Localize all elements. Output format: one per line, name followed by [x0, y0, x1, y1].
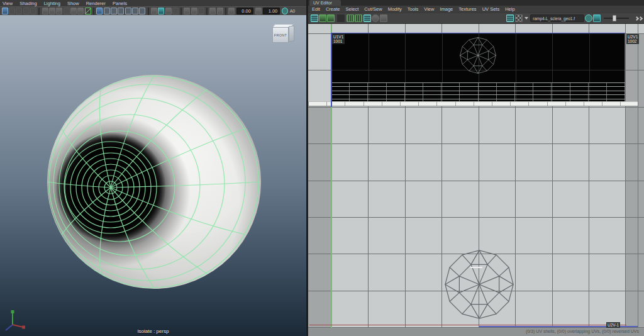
uv-menu-view[interactable]: View: [424, 6, 434, 12]
rotate-snap-field[interactable]: 0.00: [236, 8, 253, 14]
make-live-icon[interactable]: [70, 8, 77, 14]
wireframe-on-shaded-icon[interactable]: [85, 8, 91, 14]
view-cube[interactable]: FRONT: [272, 24, 295, 47]
menu-renderer[interactable]: Renderer: [86, 1, 106, 6]
three-pane-layout-icon[interactable]: [111, 8, 117, 14]
flip-u-icon[interactable]: [319, 14, 326, 22]
iris-uv-shell-bottom[interactable]: [443, 249, 515, 320]
menu-show[interactable]: Show: [67, 1, 79, 6]
udim-label-1001: U1V1 1001: [332, 34, 345, 44]
uv-menu-edit[interactable]: Edit: [312, 6, 320, 12]
construction-history-icon[interactable]: [77, 8, 84, 14]
uv-editor-titlebar: UV Editor: [308, 0, 644, 6]
uv-editor-toolbar: ramp4-L_sclera_geo1.f: [308, 13, 644, 24]
baked-texture-button[interactable]: [593, 14, 601, 22]
pixel-grid-icon[interactable]: [355, 14, 362, 22]
smooth-shade-icon[interactable]: [151, 8, 157, 14]
rotate-snap-icon[interactable]: [228, 8, 235, 14]
step-snap-icon[interactable]: [255, 8, 262, 14]
image-display-button[interactable]: [506, 14, 514, 22]
udim-label-1002: U2V1 1002: [626, 34, 639, 44]
textured-mode-icon[interactable]: [158, 8, 164, 14]
maya-window: View Shading Lighting Show Renderer Pane…: [0, 0, 644, 336]
clipped-toolbar-label: A0: [290, 9, 296, 13]
snap-plane-icon[interactable]: [64, 8, 70, 14]
paint-select-icon[interactable]: [16, 8, 22, 14]
default-material-icon[interactable]: [191, 8, 197, 14]
separator: [225, 8, 226, 15]
uv-editor-panel: UV Editor Edit Create Select Cut/Sew Mod…: [308, 0, 644, 336]
eyeball-model[interactable]: [0, 15, 308, 336]
uv-strip-bottom-row[interactable]: [308, 101, 638, 106]
four-pane-layout-icon[interactable]: [118, 8, 124, 14]
select-tool-icon[interactable]: [2, 8, 8, 14]
perspective-viewport-panel: View Shading Lighting Show Renderer Pane…: [0, 0, 308, 336]
view-cube-front-face[interactable]: FRONT: [272, 27, 289, 43]
snap-curve-icon[interactable]: [49, 8, 55, 14]
uv-menu-create[interactable]: Create: [326, 6, 340, 12]
uv-editor-menubar: Edit Create Select Cut/Sew Modify Tools …: [308, 6, 644, 13]
lasso-select-icon[interactable]: [9, 8, 15, 14]
outliner-pane-icon[interactable]: [125, 8, 131, 14]
panel-edge-line: [638, 24, 638, 336]
wireframe-mode-icon[interactable]: [184, 8, 190, 14]
uv-menu-modify[interactable]: Modify: [388, 6, 402, 12]
image-exposure-slider[interactable]: [604, 14, 629, 22]
uv-menu-cutsew[interactable]: Cut/Sew: [364, 6, 382, 12]
uv-snapshot-icon[interactable]: [380, 14, 387, 22]
viewport-menubar: View Shading Lighting Show Renderer Pane…: [0, 0, 306, 6]
shaded-uvs-icon[interactable]: [364, 14, 371, 22]
uv-pane-layout-icon[interactable]: [139, 8, 145, 14]
move-tool-icon[interactable]: [23, 8, 30, 14]
snap-point-icon[interactable]: [56, 8, 62, 14]
viewport-canvas[interactable]: FRONT Isolate : persp: [0, 15, 306, 336]
xray-mode-icon[interactable]: [198, 8, 204, 14]
exposure-toggle-icon[interactable]: [282, 8, 288, 14]
hypershade-pane-icon[interactable]: [132, 8, 138, 14]
viewport-hud-label: Isolate : persp: [0, 328, 306, 334]
uv-shell-status-text: (0/3) UV shells, (0/0) overlapping UVs, …: [526, 329, 639, 333]
separator: [206, 8, 208, 15]
iris-uv-shell-top[interactable]: [459, 36, 497, 74]
texture-dropdown-caret[interactable]: [525, 17, 528, 20]
uv-menu-select[interactable]: Select: [345, 6, 358, 12]
sclera-uv-strip-shell[interactable]: [331, 82, 625, 101]
menu-panels[interactable]: Panels: [113, 1, 127, 6]
checker-map-button[interactable]: [515, 14, 523, 22]
tile-grid-icon[interactable]: [347, 14, 354, 22]
texture-name-field[interactable]: ramp4-L_sclera_geo1.f: [530, 14, 584, 22]
camera-attributes-icon[interactable]: [217, 8, 223, 14]
rotate-tool-icon[interactable]: [30, 8, 36, 14]
shadows-mode-icon[interactable]: [172, 8, 179, 14]
separator: [180, 8, 182, 15]
refresh-image-button[interactable]: [585, 14, 592, 22]
udim-label-bottom-right: U2V-1: [606, 322, 620, 328]
step-snap-field[interactable]: 1.00: [263, 8, 280, 14]
separator: [148, 8, 149, 15]
viewport-toolbar: 0.00 1.00 A0: [0, 6, 306, 15]
uv-menu-uvsets[interactable]: UV Sets: [482, 6, 500, 12]
separator: [93, 8, 94, 15]
view-cube-side-face[interactable]: [289, 25, 294, 42]
single-pane-layout-icon[interactable]: [96, 8, 103, 14]
two-pane-layout-icon[interactable]: [104, 8, 110, 14]
isolate-select-icon[interactable]: [209, 8, 216, 14]
uv-editor-tab[interactable]: UV Editor: [309, 0, 341, 6]
snap-grid-icon[interactable]: [42, 8, 48, 14]
uv-menu-image[interactable]: Image: [440, 6, 453, 12]
u-axis-line: [309, 325, 626, 325]
separator: [38, 8, 40, 15]
dim-image-icon[interactable]: [372, 14, 379, 22]
menu-lighting[interactable]: Lighting: [44, 1, 60, 6]
uv-menu-help[interactable]: Help: [505, 6, 514, 12]
menu-view[interactable]: View: [3, 1, 13, 6]
uv-menu-tools[interactable]: Tools: [408, 6, 419, 12]
menu-shading[interactable]: Shading: [19, 1, 37, 6]
lighting-mode-icon[interactable]: [165, 8, 172, 14]
uv-distortion-shader-icon[interactable]: [311, 14, 318, 22]
uv-menu-textures[interactable]: Textures: [458, 6, 476, 12]
toolbar-flyout-arrows[interactable]: [635, 17, 642, 20]
uv-editor-canvas[interactable]: U1V1 1001 U2V1 1002 U1V-1 U2V-1 (0/3) UV…: [308, 24, 644, 336]
flip-v-icon[interactable]: [327, 14, 335, 22]
slider-handle[interactable]: [613, 15, 616, 21]
